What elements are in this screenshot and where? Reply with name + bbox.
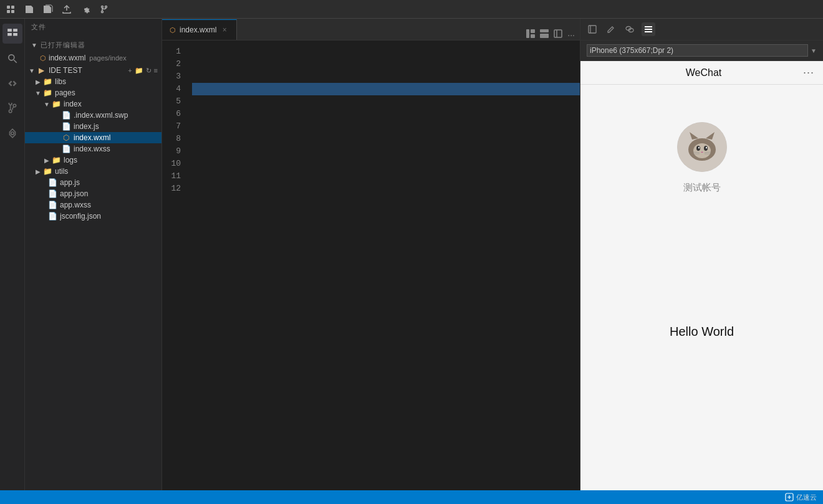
right-panel-toolbar [580,19,823,40]
tab-close-button[interactable]: × [220,26,229,34]
svg-point-7 [8,55,14,60]
code-line-5: <text class="userinfo-nickname">{{userIn… [192,95,580,108]
sidebar-item-index-js[interactable]: 📄 index.js [25,121,161,132]
settings-icon[interactable] [80,4,91,15]
upload-icon[interactable] [61,4,72,15]
svg-rect-17 [589,26,596,33]
phone-preview: WeChat ··· [580,61,823,490]
sidebar-item-app-wxss[interactable]: 📄 app.wxss [25,199,161,211]
new-folder-icon[interactable]: 📁 [135,67,143,75]
svg-rect-15 [554,30,562,37]
line-numbers: 1 2 3 4 5 6 7 8 9 10 11 12 [162,40,187,490]
sidebar-item-index-wxml[interactable]: ⬡ index.wxml [25,132,161,143]
svg-rect-21 [645,26,652,27]
project-root[interactable]: ▼ ▶ IDE TEST + 📁 ↻ ≡ [25,65,161,76]
svg-line-8 [14,60,17,63]
svg-rect-13 [540,29,549,32]
device-select-dropdown[interactable]: iPhone6 (375x667;Dpr 2)iPhone5 (320x568;… [587,44,808,57]
open-editors-section: ▼ 已打开编辑器 ⬡ index.wxml pages/index [25,36,161,65]
sidebar-toggle-icon[interactable] [554,29,562,40]
preview-mode-icon[interactable] [585,22,599,36]
svg-point-34 [706,147,707,149]
code-line-6: </view> [192,108,580,120]
editor-area: ⬡ index.wxml × ··· 1 2 [162,19,580,490]
phone-header-title: WeChat [604,67,803,78]
git-sidebar-icon[interactable] [2,98,22,118]
explorer-icon[interactable] [2,24,22,44]
svg-rect-23 [645,31,652,32]
sidebar: 文件 ▼ 已打开编辑器 ⬡ index.wxml pages/index ▼ ▶… [25,19,162,490]
code-line-3: <view bindtap="bindViewTap" class="useri… [192,70,580,83]
svg-rect-12 [531,34,535,38]
tab-bar-right: ··· [521,29,580,40]
sidebar-item-index-wxml-swp[interactable]: 📄 .index.wxml.swp [25,110,161,121]
svg-rect-10 [526,29,529,38]
sidebar-item-logs[interactable]: ▶ 📁 logs [25,155,161,166]
sidebar-item-app-json[interactable]: 📄 app.json [25,188,161,199]
pencil-icon[interactable] [604,22,618,36]
more-icon[interactable]: ··· [567,30,575,40]
sidebar-item-index-folder[interactable]: ▼ 📁 index [25,98,161,110]
phone-header-more-icon[interactable]: ··· [803,66,814,79]
open-editor-index-wxml[interactable]: ⬡ index.wxml pages/index [25,52,161,64]
svg-point-32 [704,146,708,151]
wechat-icon[interactable] [623,22,637,36]
split-horizontal-icon[interactable] [540,29,549,40]
code-editor[interactable]: <!--index.wxml--> <view class="container… [187,40,580,490]
code-line-9: </view> [192,145,580,158]
tab-bar: ⬡ index.wxml × ··· [162,19,580,40]
right-panel: iPhone6 (375x667;Dpr 2)iPhone5 (320x568;… [580,19,823,490]
sidebar-item-index-wxss[interactable]: 📄 index.wxss [25,143,161,155]
code-line-12 [192,183,580,195]
sidebar-header: 文件 [25,19,161,36]
svg-rect-22 [645,29,652,30]
svg-point-4 [102,6,103,7]
phone-header: WeChat ··· [580,61,823,85]
phone-body: 测试帐号 Hello World [580,85,823,339]
svg-point-31 [696,146,700,151]
code-line-7: <view class="usermotto"> [192,120,580,133]
git-icon[interactable] [99,4,110,15]
search-icon[interactable] [2,49,22,69]
new-project-icon[interactable] [5,4,16,15]
top-toolbar [0,0,823,19]
svg-point-6 [102,11,103,12]
svg-rect-1 [11,6,14,9]
new-file-icon[interactable]: + [128,67,132,75]
extensions-icon[interactable] [2,74,22,93]
code-line-4: <image class="userinfo-avatar" src="{{us… [192,83,580,95]
svg-rect-2 [7,10,10,13]
svg-point-30 [693,143,711,158]
split-vertical-icon[interactable] [526,29,535,40]
main-layout: 文件 ▼ 已打开编辑器 ⬡ index.wxml pages/index ▼ ▶… [0,19,823,490]
sidebar-item-pages[interactable]: ▼ 📁 pages [25,87,161,98]
save-icon[interactable] [24,4,35,15]
device-selector[interactable]: iPhone6 (375x667;Dpr 2)iPhone5 (320x568;… [580,40,823,61]
left-icon-bar [0,19,25,490]
user-nickname: 测试帐号 [683,182,721,194]
status-bar: 亿速云 [0,490,823,504]
watermark: 亿速云 [785,493,817,502]
svg-rect-3 [11,10,14,13]
list-icon[interactable] [642,22,655,36]
debug-icon[interactable] [2,123,22,143]
sidebar-item-utils[interactable]: ▶ 📁 utils [25,166,161,177]
svg-point-33 [698,147,700,149]
code-line-8: <text class="user-motto">{{motto}}</text… [192,133,580,145]
open-editors-header: ▼ 已打开编辑器 [25,38,161,52]
collapse-icon[interactable]: ≡ [154,67,158,75]
refresh-icon[interactable]: ↻ [146,67,152,75]
tab-index-wxml[interactable]: ⬡ index.wxml × [162,19,237,40]
sidebar-item-jsconfig-json[interactable]: 📄 jsconfig.json [25,211,161,222]
tab-wxml-icon: ⬡ [170,26,176,34]
code-line-10 [192,158,580,170]
device-select-chevron-icon: ▼ [811,47,817,54]
sidebar-item-app-js[interactable]: 📄 app.js [25,177,161,188]
svg-rect-0 [7,6,10,9]
editor-content[interactable]: 1 2 3 4 5 6 7 8 9 10 11 12 <!--index.wxm… [162,40,580,490]
avatar [677,122,727,172]
hello-world-text: Hello World [670,325,734,339]
sidebar-item-libs[interactable]: ▶ 📁 libs [25,76,161,87]
svg-point-5 [105,6,107,7]
save-all-icon[interactable] [42,4,54,15]
